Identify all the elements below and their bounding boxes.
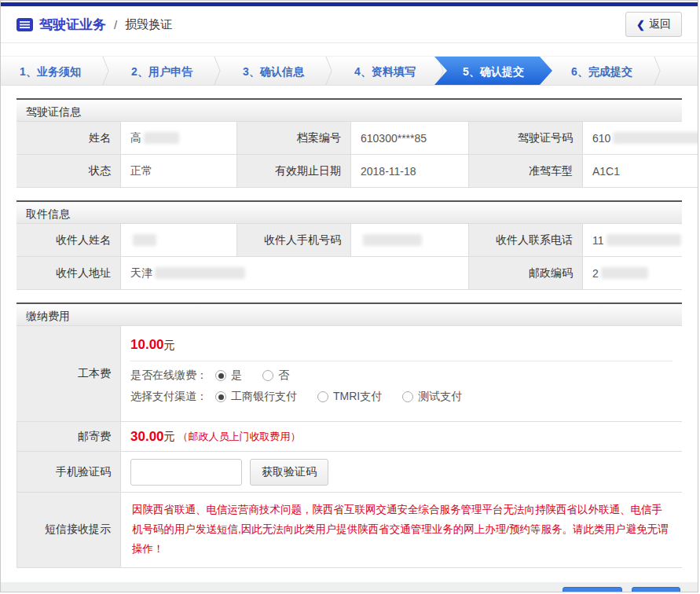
radio-checked-icon[interactable] [215,370,226,381]
sms-code-label: 手机验证码 [16,452,120,493]
license-info-table: 姓名 高 档案编号 610300****85 驾驶证号码 610 状态 正常 有… [16,122,682,188]
back-button-label: 返回 [649,17,671,31]
recipient-tel-label: 收件人联系电话 [468,224,582,257]
step-bar-filler [664,57,698,85]
step-separator [100,57,112,85]
channel-icbc-option[interactable]: 工商银行支付 [215,390,297,404]
online-pay-yes-option[interactable]: 是 [215,368,242,383]
recipient-name-label: 收件人姓名 [16,224,120,257]
license-info-title: 驾驶证信息 [16,98,682,122]
step-separator [323,57,335,85]
recipient-name-value [120,224,236,257]
sms-tip-content: 因陕西省联通、电信运营商技术问题，陕西省互联网交通安全综合服务管理平台无法向持陕… [120,493,682,568]
page: 驾驶证业务 / 损毁换证 ❮ 返回 1、业务须知 2、用户申告 3、确认信息 4… [0,0,698,592]
pickup-info-title: 取件信息 [16,200,682,224]
postal-code-value: 2 [582,257,682,290]
finish-button[interactable]: 完成 [632,587,680,592]
card-fee-amount: 10.00 [130,337,164,352]
back-chevron-icon: ❮ [636,19,645,31]
recipient-address-label: 收件人地址 [16,257,120,290]
step-6-complete-submit: 6、完成提交 [552,57,651,85]
redaction-blur [607,234,681,246]
sms-code-content: 获取验证码 [120,452,682,493]
list-icon [16,18,33,31]
redaction-blur [613,132,698,144]
status-label: 状态 [16,155,120,188]
pickup-info-table: 收件人姓名 收件人手机号码 收件人联系电话 11 收件人地址 天津 邮政编码 2 [16,224,682,290]
page-title: 驾驶证业务 [39,16,106,34]
step-4-fill-materials: 4、资料填写 [335,57,434,85]
breadcrumb-separator: / [112,18,119,31]
pay-channel-row: 选择支付渠道： 工商银行支付 TMRI支付 测试支付 [121,383,682,404]
postage-fee-content: 30.00元 （邮政人员上门收取费用） [120,422,682,452]
recipient-mobile-value [350,224,468,257]
fees-title: 缴纳费用 [16,302,682,326]
breadcrumb: 驾驶证业务 / 损毁换证 [16,16,172,34]
recipient-tel-value: 11 [582,224,682,257]
sms-tip-label: 短信接收提示 [16,493,120,568]
postage-note: （邮政人员上门收取费用） [178,430,301,444]
card-fee-content: 10.00元 是否在线缴费： 是 否 选择支付渠道： [120,326,682,422]
license-number-value: 610 [582,122,698,155]
name-value: 高 [120,122,236,155]
status-value: 正常 [120,155,236,188]
channel-tmri-label: TMRI支付 [333,390,382,404]
fees-section: 缴纳费用 工本费 10.00元 是否在线缴费： 是 否 [16,302,682,568]
recipient-address-value: 天津 [120,257,468,290]
page-subtitle: 损毁换证 [125,17,172,32]
sms-code-input[interactable] [130,459,242,486]
redaction-blur [133,234,156,246]
name-label: 姓名 [16,122,120,155]
postal-code-label: 邮政编码 [468,257,582,290]
sms-tip-text: 因陕西省联通、电信运营商技术问题，陕西省互联网交通安全综合服务管理平台无法向持陕… [121,493,682,567]
online-pay-row: 是否在线缴费： 是 否 [121,361,682,383]
file-number-value: 610300****85 [350,122,468,155]
radio-unchecked-icon[interactable] [402,391,413,402]
step-1-business-notice: 1、业务须知 [1,57,100,85]
radio-unchecked-icon[interactable] [317,391,328,402]
channel-test-option[interactable]: 测试支付 [402,390,462,404]
expiry-date-label: 有效期止日期 [236,155,350,188]
redaction-blur [363,234,422,246]
get-code-button[interactable]: 获取验证码 [250,459,328,486]
postage-fee-label: 邮寄费 [16,422,120,452]
currency-suffix: 元 [164,339,175,351]
radio-unchecked-icon[interactable] [262,370,273,381]
online-pay-yes-label: 是 [231,368,242,383]
back-button[interactable]: ❮ 返回 [625,12,682,37]
channel-icbc-label: 工商银行支付 [231,390,297,404]
radio-checked-icon[interactable] [215,391,226,402]
step-2-user-declaration: 2、用户申告 [112,57,211,85]
vehicle-class-value: A1C1 [582,155,698,188]
previous-step-button[interactable]: 上一步 [563,587,622,592]
step-separator [211,57,224,85]
online-pay-label: 是否在线缴费： [130,368,207,383]
pay-channel-label: 选择支付渠道： [130,390,207,404]
postage-fee-amount: 30.00 [130,429,164,445]
pickup-info-section: 取件信息 收件人姓名 收件人手机号码 收件人联系电话 11 收件人地址 天津 邮… [16,200,682,290]
file-number-label: 档案编号 [236,122,350,155]
online-pay-no-label: 否 [278,368,289,383]
redaction-blur [155,267,245,279]
fees-table: 工本费 10.00元 是否在线缴费： 是 否 [16,326,682,568]
step-3-confirm-info: 3、确认信息 [224,57,323,85]
channel-tmri-option[interactable]: TMRI支付 [317,390,382,404]
step-5-confirm-submit-active: 5、确认提交 [434,57,552,85]
header: 驾驶证业务 / 损毁换证 ❮ 返回 [1,6,698,43]
license-number-label: 驾驶证号码 [468,122,582,155]
channel-test-label: 测试支付 [418,390,462,404]
redaction-blur [144,132,179,144]
redaction-blur [601,267,648,279]
card-fee-label: 工本费 [16,326,120,422]
expiry-date-value: 2018-11-18 [350,155,468,188]
license-info-section: 驾驶证信息 姓名 高 档案编号 610300****85 驾驶证号码 610 状… [16,98,682,188]
recipient-mobile-label: 收件人手机号码 [236,224,350,257]
currency-suffix: 元 [164,430,175,444]
step-wizard: 1、业务须知 2、用户申告 3、确认信息 4、资料填写 5、确认提交 6、完成提… [1,56,698,86]
footer-action-bar: 上一步 完成 [1,582,698,592]
vehicle-class-label: 准驾车型 [468,155,582,188]
step-separator [651,57,664,85]
online-pay-no-option[interactable]: 否 [262,368,289,383]
